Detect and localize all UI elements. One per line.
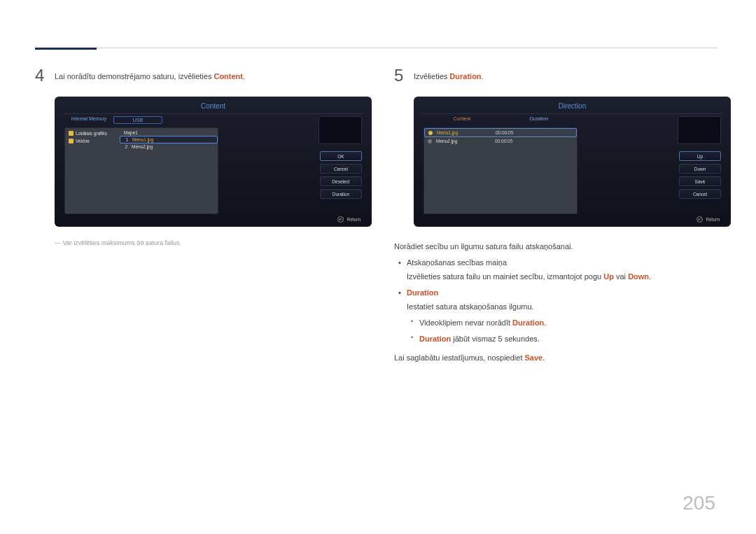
index: 2 bbox=[122, 144, 127, 149]
label: Veidne bbox=[76, 139, 90, 143]
return-label: Return bbox=[346, 217, 360, 222]
text: . bbox=[649, 272, 651, 281]
tab-internal-memory[interactable]: Internal Memory bbox=[64, 116, 113, 124]
desc-intro: Norādiet secību un ilgumu satura failu a… bbox=[394, 241, 720, 253]
duration-highlight: Duration bbox=[512, 318, 544, 327]
text: . bbox=[544, 318, 546, 327]
folder-panel: Lokālais grafiks Veidne bbox=[66, 129, 117, 212]
return-label: Return bbox=[706, 217, 720, 222]
folder-item[interactable]: Veidne bbox=[66, 137, 117, 145]
return-icon: ↶ bbox=[337, 216, 344, 223]
return-row[interactable]: ↶ Return bbox=[337, 216, 360, 223]
step-number: 5 bbox=[394, 67, 414, 84]
duration-highlight: Duration bbox=[449, 72, 481, 80]
filename: Menu1.jpg bbox=[437, 130, 491, 135]
label: Menu2.jpg bbox=[132, 144, 153, 149]
text: . bbox=[243, 72, 245, 80]
down-highlight: Down bbox=[628, 272, 649, 281]
duration-row-selected[interactable]: Menu1.jpg 00:00:05 bbox=[424, 128, 577, 137]
description: Norādiet secību un ilgumu satura failu a… bbox=[394, 241, 720, 364]
bullet-duration: Duration Iestatiet satura atskaņošanas i… bbox=[407, 287, 720, 345]
file-panel: Mape1 1 Menu1.jpg 2 Menu2.jpg bbox=[120, 129, 218, 212]
text: Izvēlieties satura failu un mainiet secī… bbox=[407, 272, 603, 281]
bullet-order: Atskaņošanas secības maiņa Izvēlieties s… bbox=[407, 257, 720, 283]
down-button[interactable]: Down bbox=[679, 164, 721, 174]
text: Atskaņošanas secības maiņa bbox=[407, 258, 507, 267]
folder-item[interactable]: Lokālais grafiks bbox=[66, 129, 117, 137]
text: . bbox=[482, 72, 484, 80]
ok-button[interactable]: OK bbox=[320, 151, 362, 161]
label: Menu1.jpg bbox=[132, 137, 153, 142]
save-button[interactable]: Save bbox=[679, 176, 721, 186]
content-screen: Content Internal Memory USB Lokālais gra… bbox=[55, 97, 372, 227]
up-button[interactable]: Up bbox=[679, 151, 721, 161]
text: vai bbox=[614, 272, 628, 281]
sub-line: Iestatiet satura atskaņošanas ilgumu. bbox=[407, 301, 720, 313]
duration-highlight: Duration bbox=[419, 335, 451, 343]
folder-header[interactable]: Mape1 bbox=[120, 129, 218, 136]
sub-item: Videoklipiem nevar norādīt Duration. bbox=[419, 317, 720, 329]
screen-title: Content bbox=[55, 102, 372, 110]
file-item-selected[interactable]: 1 Menu1.jpg bbox=[120, 136, 218, 143]
screen-title: Direction bbox=[414, 102, 731, 110]
sub-item: Duration jābūt vismaz 5 sekundes. bbox=[419, 333, 720, 345]
dot-icon bbox=[428, 131, 433, 135]
step-text: Lai norādītu demonstrējamo saturu, izvēl… bbox=[55, 67, 245, 82]
content-highlight: Content bbox=[214, 72, 243, 80]
index: 1 bbox=[122, 137, 128, 142]
label: Lokālais grafiks bbox=[76, 131, 107, 136]
deselect-button[interactable]: Deselect bbox=[320, 176, 362, 186]
duration-button[interactable]: Duration bbox=[320, 189, 362, 199]
duration-list: Menu1.jpg 00:00:05 Menu2.jpg 00:00:05 bbox=[424, 127, 578, 214]
return-icon: ↶ bbox=[696, 216, 703, 223]
footnote: Var izvēlēties maksimums 99 satura failu… bbox=[55, 239, 354, 246]
text: Izvēlieties bbox=[414, 72, 449, 80]
cancel-button[interactable]: Cancel bbox=[320, 164, 362, 174]
desc-save: Lai saglabātu iestatījumus, nospiediet S… bbox=[394, 352, 720, 364]
tabs: Internal Memory USB bbox=[64, 116, 162, 124]
divider bbox=[63, 113, 363, 114]
col-content: Content bbox=[424, 116, 500, 121]
right-column: 5 Izvēlieties Duration. Direction Conten… bbox=[394, 67, 720, 364]
divider bbox=[422, 113, 722, 114]
sub-line: Izvēlieties satura failu un mainiet secī… bbox=[407, 271, 720, 283]
columns-header: Content Duration bbox=[424, 116, 578, 121]
label: Mape1 bbox=[124, 130, 138, 135]
save-highlight: Save bbox=[525, 353, 543, 362]
direction-screen: Direction Content Duration Menu1.jpg 00:… bbox=[414, 97, 731, 227]
file-item[interactable]: 2 Menu2.jpg bbox=[120, 143, 218, 150]
duration-row[interactable]: Menu2.jpg 00:00:05 bbox=[424, 137, 577, 145]
folder-icon bbox=[69, 139, 74, 143]
step-number: 4 bbox=[35, 67, 55, 84]
text: jābūt vismaz 5 sekundes. bbox=[451, 335, 540, 343]
text: . bbox=[542, 353, 545, 362]
return-row[interactable]: ↶ Return bbox=[696, 216, 720, 223]
step-text: Izvēlieties Duration. bbox=[414, 67, 484, 82]
divider-accent bbox=[35, 48, 97, 50]
preview-pane bbox=[318, 116, 362, 144]
up-highlight: Up bbox=[603, 272, 614, 281]
text: Videoklipiem nevar norādīt bbox=[419, 318, 512, 327]
dot-icon bbox=[428, 139, 432, 143]
folder-icon bbox=[69, 131, 74, 136]
left-column: 4 Lai norādītu demonstrējamo saturu, izv… bbox=[35, 67, 354, 246]
page-number: 205 bbox=[682, 492, 715, 514]
col-duration: Duration bbox=[500, 116, 578, 121]
duration-value: 00:00:05 bbox=[495, 139, 512, 143]
button-stack: Up Down Save Cancel bbox=[679, 151, 721, 199]
divider bbox=[35, 48, 718, 48]
button-stack: OK Cancel Deselect Duration bbox=[320, 151, 362, 199]
tab-usb[interactable]: USB bbox=[113, 116, 162, 124]
preview-pane bbox=[678, 116, 721, 144]
text: Lai saglabātu iestatījumus, nospiediet bbox=[394, 353, 525, 362]
cancel-button[interactable]: Cancel bbox=[679, 189, 721, 199]
step-5: 5 Izvēlieties Duration. bbox=[394, 67, 720, 84]
duration-value: 00:00:05 bbox=[496, 130, 513, 135]
file-browser: Lokālais grafiks Veidne Mape1 1 Menu1.jp… bbox=[64, 127, 218, 214]
duration-highlight: Duration bbox=[407, 288, 438, 297]
filename: Menu2.jpg bbox=[436, 139, 491, 143]
text: Lai norādītu demonstrējamo saturu, izvēl… bbox=[55, 72, 214, 80]
step-4: 4 Lai norādītu demonstrējamo saturu, izv… bbox=[35, 67, 354, 84]
